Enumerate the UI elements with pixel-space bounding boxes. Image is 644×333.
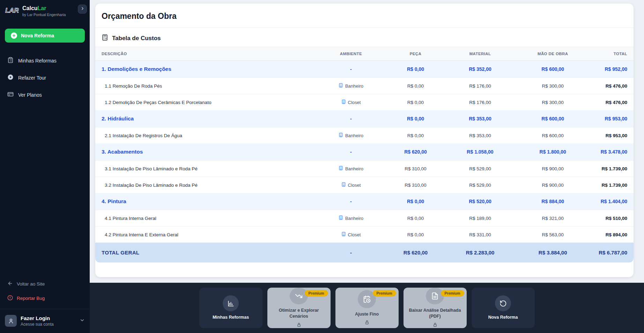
mao-de_obra-value: R$ 321,00 bbox=[515, 210, 591, 227]
mao-de_obra-value: R$ 300,00 bbox=[515, 94, 591, 111]
chevron-down-icon bbox=[80, 318, 85, 324]
building-icon bbox=[341, 99, 346, 105]
row-description: 3.2 Instalação De Piso Lâminado e Roda P… bbox=[95, 177, 316, 193]
sidebar-item-minhas-reformas[interactable]: Minhas Reformas bbox=[0, 53, 90, 68]
item-row: 1.2 Demolição De Peças Cerâmicas E Porce… bbox=[95, 94, 634, 111]
card-header: Orçamento da Obra bbox=[95, 3, 634, 28]
building-icon bbox=[341, 231, 346, 238]
new-reform-button[interactable]: Nova Reforma bbox=[5, 29, 85, 43]
material-value: R$ 176,00 bbox=[445, 94, 515, 111]
ambiente-cell: Banheiro bbox=[316, 210, 386, 227]
toolbar-button-label: Ajuste Fino bbox=[352, 311, 382, 317]
peca-value: R$ 310,00 bbox=[386, 177, 445, 193]
sidebar-item-refazer-tour[interactable]: Refazer Tour bbox=[0, 70, 90, 85]
ambiente-label: Closet bbox=[348, 232, 361, 237]
total-value: R$ 3.478,00 bbox=[591, 143, 634, 161]
item-row: 4.2 Pintura Interna E Externa GeralClose… bbox=[95, 227, 634, 243]
page-title: Orçamento da Obra bbox=[102, 12, 627, 21]
total-value: R$ 953,00 bbox=[591, 110, 634, 127]
ambiente-value: - bbox=[316, 61, 386, 78]
total-value: R$ 1.739,00 bbox=[591, 161, 634, 177]
material-value: R$ 2.283,00 bbox=[445, 243, 515, 262]
material-value: R$ 352,00 bbox=[445, 61, 515, 78]
main-area: Orçamento da Obra Tabela de Custos DESCR… bbox=[90, 0, 644, 333]
peca-value: R$ 310,00 bbox=[386, 161, 445, 177]
content-region: Orçamento da Obra Tabela de Custos DESCR… bbox=[90, 0, 644, 283]
building-icon bbox=[339, 165, 343, 172]
toolbar-minhas-reformas-button[interactable]: Minhas Reformas bbox=[199, 288, 262, 328]
calculator-icon bbox=[102, 34, 108, 42]
peca-value: R$ 0,00 bbox=[386, 193, 445, 210]
ambiente-value: - bbox=[316, 143, 386, 161]
ambiente-badge: Banheiro bbox=[339, 165, 363, 172]
brand-block: CalcuLar by Lar Pontual Engenharia bbox=[22, 5, 66, 17]
back-to-site-link[interactable]: Voltar ao Site bbox=[0, 277, 90, 291]
report-bug-link[interactable]: Reportar Bug bbox=[0, 291, 90, 305]
user-avatar bbox=[5, 315, 17, 327]
sidebar-item-ver-planos[interactable]: Ver Planos bbox=[0, 87, 90, 102]
item-row: 4.1 Pintura Interna GeralBanheiroR$ 0,00… bbox=[95, 210, 634, 227]
row-description: 2. Hidráulica bbox=[95, 110, 316, 127]
material-value: R$ 353,00 bbox=[445, 127, 515, 144]
login-section[interactable]: Fazer Login Acesse sua conta bbox=[0, 309, 90, 333]
total-value: R$ 6.787,00 bbox=[591, 243, 634, 262]
ambiente-label: Banheiro bbox=[345, 166, 363, 171]
material-value: R$ 529,00 bbox=[445, 161, 515, 177]
toolbar-button-label: Nova Reforma bbox=[486, 314, 521, 320]
material-value: R$ 353,00 bbox=[445, 110, 515, 127]
clipboard-list-icon bbox=[7, 57, 14, 64]
toolbar-otimizar-cenarios-button[interactable]: Premium Otimizar e Explorar Cenários bbox=[267, 288, 331, 328]
total-value: R$ 476,00 bbox=[591, 94, 634, 111]
sidebar-collapse-button[interactable] bbox=[78, 5, 87, 14]
section-title: Tabela de Custos bbox=[112, 35, 161, 42]
toolbar-ajuste-fino-button[interactable]: Premium Ajuste Fino bbox=[335, 288, 399, 328]
peca-value: R$ 0,00 bbox=[386, 78, 445, 94]
item-row: 2.1 Instalação De Registros De ÁguaBanhe… bbox=[95, 127, 634, 144]
column-header-total: TOTAL bbox=[591, 47, 634, 61]
total-value: R$ 894,00 bbox=[591, 227, 634, 243]
item-row: 3.1 Instalação De Piso Lâminado e Roda P… bbox=[95, 161, 634, 177]
play-circle-icon bbox=[7, 74, 14, 81]
category-row: 4. Pintura-R$ 0,00R$ 520,00R$ 884,00R$ 1… bbox=[95, 193, 634, 210]
row-description: TOTAL GERAL bbox=[95, 243, 316, 262]
plus-circle-icon bbox=[11, 32, 17, 39]
mao-de_obra-value: R$ 300,00 bbox=[515, 78, 591, 94]
ambiente-cell: Banheiro bbox=[316, 161, 386, 177]
toolbar-baixar-pdf-button[interactable]: Premium Baixar Análise Detalhada (PDF) bbox=[404, 288, 467, 328]
peca-value: R$ 0,00 bbox=[386, 61, 445, 78]
column-header-peca: PEÇA bbox=[386, 47, 445, 61]
lock-icon bbox=[365, 320, 369, 326]
rotate-ccw-icon bbox=[495, 295, 511, 311]
report-bug-label: Reportar Bug bbox=[17, 296, 45, 301]
row-description: 1. Demolições e Remoções bbox=[95, 61, 316, 78]
ambiente-badge: Closet bbox=[341, 99, 361, 105]
mao-de_obra-value: R$ 600,00 bbox=[515, 61, 591, 78]
chevron-right-icon bbox=[80, 6, 85, 12]
ambiente-label: Banheiro bbox=[345, 216, 363, 221]
ambiente-cell: Closet bbox=[316, 177, 386, 193]
mao-de_obra-value: R$ 600,00 bbox=[515, 110, 591, 127]
sidebar-header: LAR CalcuLar by Lar Pontual Engenharia bbox=[0, 0, 90, 20]
login-text-block: Fazer Login Acesse sua conta bbox=[21, 315, 54, 327]
item-row: 1.1 Remoção De Roda PésBanheiroR$ 0,00R$… bbox=[95, 78, 634, 94]
grand-total-row: TOTAL GERAL-R$ 620,00R$ 2.283,00R$ 3.884… bbox=[95, 243, 634, 262]
row-description: 1.2 Demolição De Peças Cerâmicas E Porce… bbox=[95, 94, 316, 111]
row-description: 2.1 Instalação De Registros De Água bbox=[95, 127, 316, 144]
row-description: 4.2 Pintura Interna E Externa Geral bbox=[95, 227, 316, 243]
credit-card-icon bbox=[7, 91, 14, 98]
brand-subtitle: by Lar Pontual Engenharia bbox=[22, 13, 66, 17]
ambiente-value: - bbox=[316, 243, 386, 262]
toolbar-nova-reforma-button[interactable]: Nova Reforma bbox=[472, 288, 535, 328]
ambiente-label: Banheiro bbox=[345, 83, 363, 89]
bottom-toolbar: Minhas Reformas Premium Otimizar e Explo… bbox=[90, 283, 644, 333]
sidebar-menu: Minhas Reformas Refazer Tour Ver Planos bbox=[0, 53, 90, 102]
ambiente-label: Banheiro bbox=[345, 133, 363, 138]
item-row: 3.2 Instalação De Piso Lâminado e Roda P… bbox=[95, 177, 634, 193]
cost-table: DESCRIÇÃO AMBIENTE PEÇA MATERIAL MÃO DE … bbox=[95, 47, 634, 262]
ambiente-value: - bbox=[316, 110, 386, 127]
toolbar-button-label: Otimizar e Explorar Cenários bbox=[267, 308, 331, 319]
material-value: R$ 520,00 bbox=[445, 193, 515, 210]
ambiente-cell: Closet bbox=[316, 94, 386, 111]
peca-value: R$ 0,00 bbox=[386, 110, 445, 127]
ambiente-value: - bbox=[316, 193, 386, 210]
